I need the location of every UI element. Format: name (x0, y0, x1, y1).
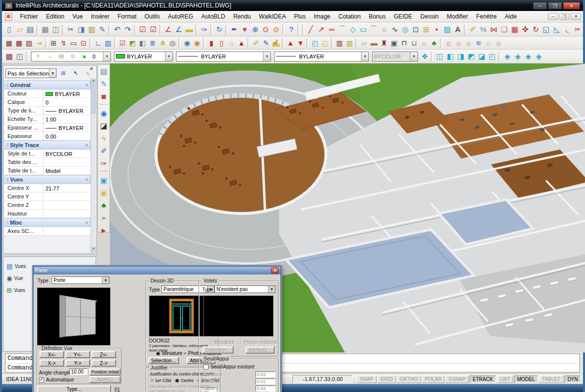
layer-combo[interactable]: ☀☼▤⊙■ 0 ▼ (31, 52, 111, 62)
panel-scrollbar[interactable]: ▲ ▼ (90, 78, 96, 252)
chambranle-centre-radio[interactable]: Centre (175, 378, 194, 383)
lineweight-combo[interactable]: BYLAYER ▼ (274, 52, 369, 62)
format-painter-icon[interactable]: ✎ (97, 24, 108, 34)
menu-item[interactable]: Bonus (364, 12, 390, 21)
draw-arc-points-icon[interactable]: ⌒ (337, 24, 348, 34)
view-iso-ne-icon[interactable]: ◰ (487, 51, 498, 62)
new-file-icon[interactable]: ▯ (4, 24, 14, 34)
find-document-icon[interactable]: ◎ (168, 38, 178, 48)
section-header-general[interactable]: ⁞ Général « (4, 80, 90, 90)
menu-item[interactable]: Insérer (87, 12, 114, 21)
volume-edit-icon[interactable]: ◱ (320, 38, 330, 48)
property-row[interactable]: Epaisseur ... BYLAYER (4, 124, 90, 132)
help-icon[interactable]: ? (286, 24, 296, 34)
photo-landscape-icon[interactable]: ▣ (98, 175, 109, 186)
small-house-icon[interactable]: ⌂ (419, 38, 429, 48)
menu-item[interactable]: Plus (290, 12, 310, 21)
menu-item[interactable]: Rendu (229, 12, 254, 21)
paint-pencil-icon[interactable]: ✐ (98, 146, 109, 156)
draw-ellipse-icon[interactable]: ◎ (400, 24, 410, 34)
photo-beach-icon[interactable]: ▣ (98, 188, 109, 198)
door-type-combo[interactable]: Porte▼ (52, 276, 110, 284)
building-d-icon[interactable]: ⌂ (484, 38, 494, 48)
view-left-icon[interactable]: ◨ (456, 51, 466, 62)
quick-select-icon[interactable]: ⊞ (58, 68, 68, 78)
make-block-icon[interactable]: ⊞ (421, 24, 432, 34)
modify-array-icon[interactable]: ▦ (510, 24, 520, 34)
view-axis-button[interactable]: Y-> (66, 360, 90, 366)
layer-color-icon[interactable]: ■ (79, 51, 90, 62)
roof-icon[interactable]: ⌂ (226, 38, 236, 48)
scrollbar-thumb[interactable] (92, 84, 96, 114)
chevron-down-icon[interactable]: ▼ (361, 52, 368, 61)
layer-lock-icon[interactable]: ⊙ (68, 51, 78, 62)
menu-item[interactable]: GEIDE (390, 12, 416, 21)
property-row[interactable]: Centre Z (4, 201, 90, 210)
wall-dimension-icon[interactable]: ⇥ (34, 38, 44, 48)
slope-up-icon[interactable]: ▲ (286, 38, 296, 48)
modify-divide-icon[interactable]: % (478, 24, 488, 34)
sketch-pen-icon[interactable]: ✎ (261, 38, 271, 48)
zoom-extents-icon[interactable]: ⊕ (250, 24, 260, 34)
zoom-selection-icon[interactable]: ✒ (229, 24, 240, 34)
status-toggle[interactable]: TABLET (539, 376, 564, 383)
volume-3d-icon[interactable]: ◰ (310, 38, 320, 48)
vegetation-tree-icon[interactable]: ♣ (98, 200, 109, 210)
scroll-down-icon[interactable]: ▼ (91, 247, 96, 252)
status-toggle[interactable]: ORTHO (397, 376, 421, 383)
railing-edit-icon[interactable]: ▥ (344, 38, 354, 48)
region-hatch-icon[interactable]: ▨ (103, 38, 113, 48)
draw-polygon-icon[interactable]: ◇ (348, 24, 358, 34)
menu-item[interactable]: Edition (42, 12, 68, 21)
redo-icon[interactable]: ↷ (122, 24, 133, 34)
status-toggle[interactable]: LWT (497, 376, 513, 383)
layer-on-icon[interactable]: ☀ (33, 51, 44, 62)
building-c-icon[interactable]: ⌂ (464, 38, 474, 48)
chevron-down-icon[interactable]: ▼ (165, 52, 172, 61)
furniture-sofa-icon[interactable]: ▬ (369, 38, 379, 48)
sketch-pencil-icon[interactable]: ✐ (251, 38, 261, 48)
property-row[interactable]: Calque 0 (4, 98, 90, 106)
view-axis-button[interactable]: X-> (40, 360, 64, 366)
zoom-center-icon[interactable]: ♥ (240, 24, 250, 34)
status-toggle[interactable]: GRID (378, 376, 396, 383)
window-arc-icon[interactable]: ↯ (58, 38, 68, 48)
minimize-button[interactable]: – (533, 2, 547, 10)
coordinates-display[interactable]: -1.67,17.33,0.00 (292, 375, 352, 383)
furniture-chair-icon[interactable]: ♜ (379, 38, 389, 48)
close-icon[interactable]: ✕ (271, 268, 279, 274)
property-row[interactable]: Style de t... BYCOLOR (4, 150, 90, 158)
property-row[interactable]: Centre X 21.77 (4, 184, 90, 192)
menu-item[interactable]: WalkIDEA (255, 12, 290, 21)
marker-flag-icon[interactable]: ► (98, 225, 109, 236)
status-toggle[interactable]: ETRACK (470, 376, 496, 383)
menu-item[interactable]: Cotation (334, 12, 365, 21)
print-icon[interactable]: ▦ (40, 24, 50, 34)
furniture-table-icon[interactable]: ⊓ (399, 38, 409, 48)
property-row[interactable]: Type de li... BYLAYER (4, 106, 90, 115)
roof-raise-icon[interactable]: ▲ (236, 38, 246, 48)
view-right-icon[interactable]: ◩ (466, 51, 476, 62)
measure-angle-icon[interactable]: ∠ (174, 24, 184, 34)
section-header-misc[interactable]: ⁞ Misc « (4, 218, 90, 227)
solid-3d-icon[interactable]: ◧ (138, 38, 148, 48)
draw-point-icon[interactable]: • (432, 24, 442, 34)
selection-combo[interactable]: Pas de Sélection ▼ (6, 68, 56, 78)
draw-arc-icon[interactable]: ⌒ (368, 24, 379, 34)
menu-item[interactable]: Format (114, 12, 140, 21)
copy-icon[interactable]: ◨ (76, 24, 86, 34)
modify-scale-icon[interactable]: ◱ (541, 24, 552, 34)
status-toggle[interactable]: ESNAP (446, 376, 468, 383)
walk-through-icon[interactable]: ◉ (98, 108, 109, 118)
select-cursor-icon[interactable]: ↖ (70, 68, 81, 78)
menu-item[interactable]: Outils (140, 12, 164, 21)
menu-item[interactable]: Modifier (443, 12, 472, 21)
corner-l-icon[interactable]: ∟ (93, 38, 103, 48)
lighting-icon[interactable]: ϟ (98, 133, 109, 144)
dialog-title-bar[interactable]: Porte ✕ (34, 266, 280, 274)
view-axis-button[interactable]: Z-> (92, 360, 116, 366)
modify-chamfer-icon[interactable]: ◺ (552, 24, 562, 34)
angle-input[interactable]: 10.00 (70, 368, 88, 375)
wall-intersect-icon[interactable]: ▩ (14, 38, 24, 48)
menu-item[interactable]: Dessin (416, 12, 443, 21)
